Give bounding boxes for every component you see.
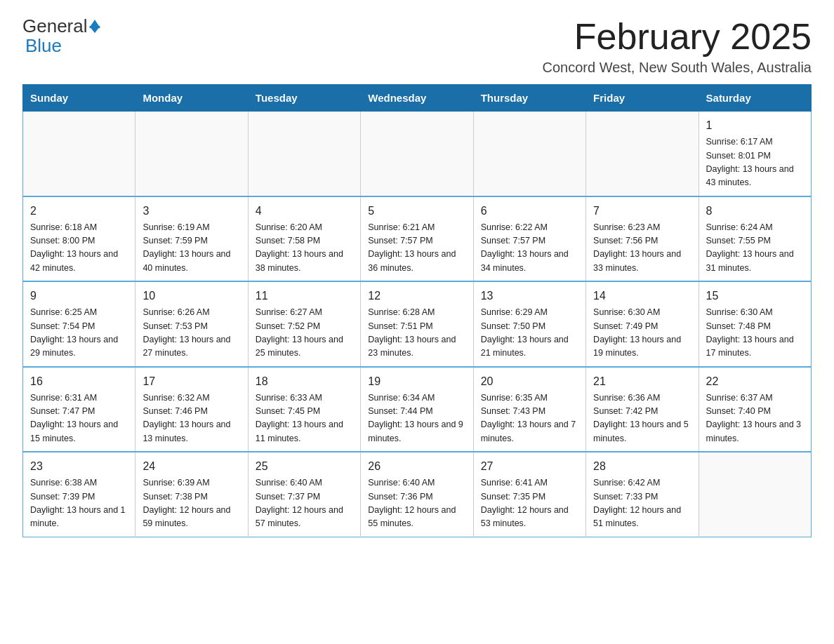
calendar-cell: 8Sunrise: 6:24 AM Sunset: 7:55 PM Daylig… <box>699 196 811 282</box>
calendar-cell: 26Sunrise: 6:40 AM Sunset: 7:36 PM Dayli… <box>361 452 473 537</box>
calendar-week-row: 2Sunrise: 6:18 AM Sunset: 8:00 PM Daylig… <box>23 196 812 282</box>
calendar-cell <box>361 112 473 196</box>
calendar-cell: 10Sunrise: 6:26 AM Sunset: 7:53 PM Dayli… <box>135 281 248 367</box>
day-info: Sunrise: 6:39 AM Sunset: 7:38 PM Dayligh… <box>143 476 240 531</box>
calendar-cell <box>473 112 585 196</box>
day-number: 3 <box>143 203 240 220</box>
day-info: Sunrise: 6:29 AM Sunset: 7:50 PM Dayligh… <box>481 306 578 361</box>
col-tuesday: Tuesday <box>248 85 360 112</box>
calendar-cell: 16Sunrise: 6:31 AM Sunset: 7:47 PM Dayli… <box>23 367 135 452</box>
logo: General Blue <box>22 17 102 57</box>
day-number: 4 <box>256 203 353 220</box>
col-saturday: Saturday <box>699 85 811 112</box>
day-number: 15 <box>706 288 804 304</box>
calendar-cell: 14Sunrise: 6:30 AM Sunset: 7:49 PM Dayli… <box>586 281 699 367</box>
day-number: 7 <box>593 203 691 220</box>
day-info: Sunrise: 6:42 AM Sunset: 7:33 PM Dayligh… <box>593 476 691 531</box>
day-info: Sunrise: 6:40 AM Sunset: 7:37 PM Dayligh… <box>256 476 353 531</box>
day-number: 21 <box>593 373 691 390</box>
day-info: Sunrise: 6:37 AM Sunset: 7:40 PM Dayligh… <box>706 391 804 446</box>
month-title: February 2025 <box>543 17 812 57</box>
day-number: 16 <box>30 373 128 390</box>
day-info: Sunrise: 6:28 AM Sunset: 7:51 PM Dayligh… <box>368 306 465 361</box>
calendar-cell: 1Sunrise: 6:17 AM Sunset: 8:01 PM Daylig… <box>699 112 811 196</box>
calendar-cell <box>135 112 248 196</box>
day-number: 10 <box>143 288 240 304</box>
calendar-cell: 28Sunrise: 6:42 AM Sunset: 7:33 PM Dayli… <box>586 452 699 537</box>
day-number: 18 <box>256 373 353 390</box>
day-number: 9 <box>30 288 128 304</box>
day-info: Sunrise: 6:26 AM Sunset: 7:53 PM Dayligh… <box>143 306 240 361</box>
calendar-cell: 20Sunrise: 6:35 AM Sunset: 7:43 PM Dayli… <box>473 367 585 452</box>
calendar-cell: 17Sunrise: 6:32 AM Sunset: 7:46 PM Dayli… <box>135 367 248 452</box>
day-info: Sunrise: 6:19 AM Sunset: 7:59 PM Dayligh… <box>143 221 240 276</box>
calendar-header-row: Sunday Monday Tuesday Wednesday Thursday… <box>23 85 812 112</box>
day-number: 20 <box>481 373 578 390</box>
day-info: Sunrise: 6:35 AM Sunset: 7:43 PM Dayligh… <box>481 391 578 446</box>
day-number: 17 <box>143 373 240 390</box>
day-info: Sunrise: 6:20 AM Sunset: 7:58 PM Dayligh… <box>256 221 353 276</box>
logo-icon <box>89 20 100 33</box>
day-info: Sunrise: 6:21 AM Sunset: 7:57 PM Dayligh… <box>368 221 465 276</box>
day-number: 19 <box>368 373 465 390</box>
calendar-cell: 5Sunrise: 6:21 AM Sunset: 7:57 PM Daylig… <box>361 196 473 282</box>
calendar-cell: 22Sunrise: 6:37 AM Sunset: 7:40 PM Dayli… <box>699 367 811 452</box>
calendar-cell: 25Sunrise: 6:40 AM Sunset: 7:37 PM Dayli… <box>248 452 360 537</box>
calendar-cell: 2Sunrise: 6:18 AM Sunset: 8:00 PM Daylig… <box>23 196 135 282</box>
day-info: Sunrise: 6:22 AM Sunset: 7:57 PM Dayligh… <box>481 221 578 276</box>
calendar-table: Sunday Monday Tuesday Wednesday Thursday… <box>22 84 812 537</box>
day-info: Sunrise: 6:31 AM Sunset: 7:47 PM Dayligh… <box>30 391 128 446</box>
day-number: 12 <box>368 288 465 304</box>
day-number: 6 <box>481 203 578 220</box>
calendar-week-row: 23Sunrise: 6:38 AM Sunset: 7:39 PM Dayli… <box>23 452 812 537</box>
day-info: Sunrise: 6:23 AM Sunset: 7:56 PM Dayligh… <box>593 221 691 276</box>
day-info: Sunrise: 6:27 AM Sunset: 7:52 PM Dayligh… <box>256 306 353 361</box>
calendar-cell: 23Sunrise: 6:38 AM Sunset: 7:39 PM Dayli… <box>23 452 135 537</box>
calendar-cell: 3Sunrise: 6:19 AM Sunset: 7:59 PM Daylig… <box>135 196 248 282</box>
col-sunday: Sunday <box>23 85 135 112</box>
calendar-cell <box>248 112 360 196</box>
day-info: Sunrise: 6:32 AM Sunset: 7:46 PM Dayligh… <box>143 391 240 446</box>
calendar-cell <box>699 452 811 537</box>
calendar-cell: 6Sunrise: 6:22 AM Sunset: 7:57 PM Daylig… <box>473 196 585 282</box>
title-area: February 2025 Concord West, New South Wa… <box>543 17 812 76</box>
calendar-cell: 21Sunrise: 6:36 AM Sunset: 7:42 PM Dayli… <box>586 367 699 452</box>
calendar-cell: 27Sunrise: 6:41 AM Sunset: 7:35 PM Dayli… <box>473 452 585 537</box>
calendar-cell: 7Sunrise: 6:23 AM Sunset: 7:56 PM Daylig… <box>586 196 699 282</box>
calendar-cell: 4Sunrise: 6:20 AM Sunset: 7:58 PM Daylig… <box>248 196 360 282</box>
day-number: 2 <box>30 203 128 220</box>
logo-general-text: General <box>22 17 88 35</box>
day-number: 5 <box>368 203 465 220</box>
calendar-cell: 15Sunrise: 6:30 AM Sunset: 7:48 PM Dayli… <box>699 281 811 367</box>
day-number: 26 <box>368 458 465 475</box>
day-info: Sunrise: 6:33 AM Sunset: 7:45 PM Dayligh… <box>256 391 353 446</box>
day-info: Sunrise: 6:36 AM Sunset: 7:42 PM Dayligh… <box>593 391 691 446</box>
calendar-cell: 18Sunrise: 6:33 AM Sunset: 7:45 PM Dayli… <box>248 367 360 452</box>
calendar-cell <box>23 112 135 196</box>
calendar-cell: 9Sunrise: 6:25 AM Sunset: 7:54 PM Daylig… <box>23 281 135 367</box>
day-number: 14 <box>593 288 691 304</box>
day-info: Sunrise: 6:24 AM Sunset: 7:55 PM Dayligh… <box>706 221 804 276</box>
day-number: 28 <box>593 458 691 475</box>
day-info: Sunrise: 6:34 AM Sunset: 7:44 PM Dayligh… <box>368 391 465 446</box>
calendar-cell <box>586 112 699 196</box>
day-number: 22 <box>706 373 804 390</box>
day-number: 27 <box>481 458 578 475</box>
calendar-cell: 13Sunrise: 6:29 AM Sunset: 7:50 PM Dayli… <box>473 281 585 367</box>
location-title: Concord West, New South Wales, Australia <box>543 60 812 76</box>
day-info: Sunrise: 6:18 AM Sunset: 8:00 PM Dayligh… <box>30 221 128 276</box>
col-friday: Friday <box>586 85 699 112</box>
calendar-week-row: 1Sunrise: 6:17 AM Sunset: 8:01 PM Daylig… <box>23 112 812 196</box>
day-info: Sunrise: 6:30 AM Sunset: 7:48 PM Dayligh… <box>706 306 804 361</box>
logo-blue-text: Blue <box>25 35 62 56</box>
day-number: 8 <box>706 203 804 220</box>
day-number: 24 <box>143 458 240 475</box>
day-info: Sunrise: 6:38 AM Sunset: 7:39 PM Dayligh… <box>30 476 128 531</box>
page-header: General Blue February 2025 Concord West,… <box>22 17 812 76</box>
day-info: Sunrise: 6:30 AM Sunset: 7:49 PM Dayligh… <box>593 306 691 361</box>
day-number: 11 <box>256 288 353 304</box>
calendar-cell: 24Sunrise: 6:39 AM Sunset: 7:38 PM Dayli… <box>135 452 248 537</box>
day-number: 23 <box>30 458 128 475</box>
calendar-cell: 11Sunrise: 6:27 AM Sunset: 7:52 PM Dayli… <box>248 281 360 367</box>
col-wednesday: Wednesday <box>361 85 473 112</box>
